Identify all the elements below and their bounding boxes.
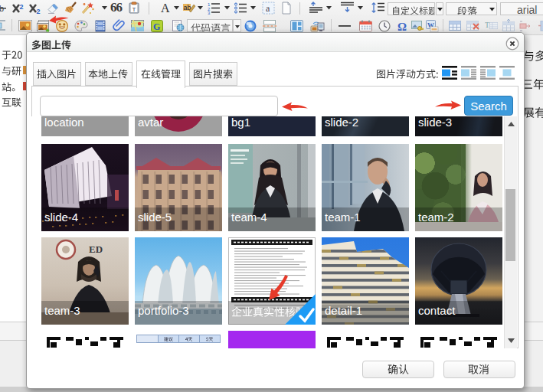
svg-text:66: 66 — [110, 2, 123, 15]
svg-text:a: a — [266, 3, 270, 14]
svg-text:T: T — [485, 21, 489, 29]
svg-text:3: 3 — [208, 11, 211, 15]
svg-text:G: G — [153, 21, 160, 32]
svg-text:ED: ED — [89, 243, 103, 255]
svg-text:2: 2 — [37, 8, 41, 15]
svg-text:2: 2 — [20, 3, 24, 11]
svg-text:Ω: Ω — [397, 21, 407, 32]
svg-text:A: A — [161, 2, 170, 15]
svg-text:T: T — [132, 6, 136, 13]
